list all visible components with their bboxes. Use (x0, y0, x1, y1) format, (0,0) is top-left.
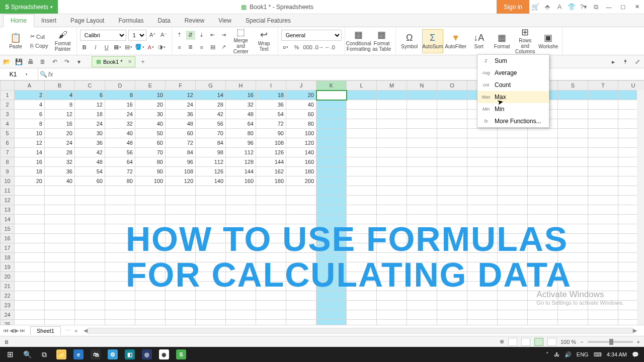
cell-T12[interactable] (588, 196, 618, 205)
cell-P12[interactable] (467, 196, 498, 205)
cell-B1[interactable]: 4 (45, 90, 75, 100)
cut-button[interactable]: ✂Cut (28, 32, 50, 41)
cell-L4[interactable] (347, 119, 377, 129)
view-page-button[interactable] (521, 338, 530, 346)
language-indicator[interactable]: ENG (577, 351, 589, 357)
cell-M2[interactable] (377, 100, 407, 110)
cell-Q9[interactable] (498, 167, 528, 176)
cell-S7[interactable] (558, 148, 588, 157)
align-justify-icon[interactable]: ▤ (208, 43, 217, 52)
keyboard-icon[interactable]: ⌨ (594, 351, 602, 358)
select-all-corner[interactable] (1, 81, 15, 90)
cell-T14[interactable] (588, 215, 618, 224)
cell-G10[interactable]: 140 (196, 176, 226, 186)
cell-D5[interactable]: 40 (105, 129, 135, 138)
cell-A20[interactable] (15, 272, 45, 282)
cell-R24[interactable] (528, 310, 558, 320)
cell-B17[interactable] (45, 243, 75, 253)
wrap-text-button[interactable]: ↩Wrap Text (254, 29, 275, 53)
col-header-L[interactable]: L (347, 81, 377, 90)
cell-S6[interactable] (558, 138, 588, 148)
clear-format-button[interactable]: ◑▾ (157, 43, 167, 52)
cell-B2[interactable]: 8 (45, 100, 75, 110)
row-header-3[interactable]: 3 (1, 110, 15, 119)
open-icon[interactable]: 📂 (2, 57, 11, 66)
cell-I9[interactable]: 162 (256, 167, 286, 176)
cell-P24[interactable] (467, 310, 498, 320)
cell-P11[interactable] (467, 186, 498, 196)
cell-M7[interactable] (377, 148, 407, 157)
cell-A23[interactable] (15, 301, 45, 310)
row-header-23[interactable]: 23 (1, 301, 15, 310)
cell-Q23[interactable] (498, 301, 528, 310)
cell-J13[interactable] (286, 205, 316, 215)
cell-H25[interactable] (226, 320, 256, 325)
cell-E25[interactable] (135, 320, 166, 325)
cell-A15[interactable] (15, 224, 45, 234)
cell-C5[interactable]: 30 (75, 129, 105, 138)
cell-M9[interactable] (377, 167, 407, 176)
cell-G9[interactable]: 126 (196, 167, 226, 176)
cell-C6[interactable]: 36 (75, 138, 105, 148)
name-box[interactable]: ▾ (0, 68, 38, 80)
cell-A19[interactable] (15, 262, 45, 272)
orientation-icon[interactable]: ↗ (219, 43, 228, 52)
cell-E12[interactable] (135, 196, 166, 205)
cell-J7[interactable]: 140 (286, 148, 316, 157)
cell-Q8[interactable] (498, 157, 528, 167)
cell-G12[interactable] (196, 196, 226, 205)
cell-B8[interactable]: 32 (45, 157, 75, 167)
row-header-19[interactable]: 19 (1, 262, 15, 272)
cell-Q13[interactable] (498, 205, 528, 215)
spreadsheets-task-button[interactable]: S (173, 347, 189, 362)
ribbon-toggle-icon[interactable]: ⧉ (590, 0, 602, 14)
cell-K25[interactable] (316, 320, 347, 325)
col-header-D[interactable]: D (105, 81, 135, 90)
print-preview-icon[interactable]: 🗎 (38, 57, 47, 66)
cell-J11[interactable] (286, 186, 316, 196)
cell-S5[interactable] (558, 129, 588, 138)
decrease-font-icon[interactable]: A⁻ (159, 31, 169, 40)
cell-G8[interactable]: 112 (196, 157, 226, 167)
row-header-21[interactable]: 21 (1, 282, 15, 291)
formula-input[interactable] (54, 68, 644, 80)
cell-S10[interactable] (558, 176, 588, 186)
row-header-24[interactable]: 24 (1, 310, 15, 320)
cell-F10[interactable]: 120 (166, 176, 196, 186)
menu-sum[interactable]: ΣSum (477, 55, 549, 67)
border-button[interactable]: ▦▾ (113, 43, 122, 52)
cell-O7[interactable] (437, 148, 467, 157)
app-menu[interactable]: S Spreadsheets ▾ (0, 0, 58, 14)
cell-A10[interactable]: 20 (15, 176, 45, 186)
cell-K2[interactable] (316, 100, 347, 110)
underline-button[interactable]: U (102, 43, 111, 52)
sheet-menu-icon[interactable]: ⋯ (65, 327, 70, 334)
cell-S4[interactable] (558, 119, 588, 129)
cell-M6[interactable] (377, 138, 407, 148)
cell-B18[interactable] (45, 253, 75, 262)
cell-T9[interactable] (588, 167, 618, 176)
align-left-icon[interactable]: ≡ (175, 43, 184, 52)
cell-I25[interactable] (256, 320, 286, 325)
cell-K1[interactable] (316, 90, 347, 100)
cell-C18[interactable] (75, 253, 105, 262)
maximize-button[interactable]: ▢ (616, 0, 630, 14)
cell-C11[interactable] (75, 186, 105, 196)
cell-D11[interactable] (105, 186, 135, 196)
row-header-7[interactable]: 7 (1, 148, 15, 157)
cell-T19[interactable] (588, 262, 618, 272)
cell-C9[interactable]: 54 (75, 167, 105, 176)
view-break-button[interactable] (534, 338, 543, 346)
cell-F11[interactable] (166, 186, 196, 196)
cell-J25[interactable] (286, 320, 316, 325)
cell-N12[interactable] (407, 196, 437, 205)
cell-N23[interactable] (407, 301, 437, 310)
cell-B16[interactable] (45, 234, 75, 243)
col-header-U[interactable]: U (618, 81, 645, 90)
sheet-nav[interactable]: ⏮◀▶⏭ (3, 327, 25, 334)
cell-N11[interactable] (407, 186, 437, 196)
percent-icon[interactable]: % (292, 43, 301, 52)
close-doc-icon[interactable]: ✕ (128, 59, 132, 64)
row-header-12[interactable]: 12 (1, 196, 15, 205)
search-icon[interactable]: 🔍 (40, 71, 47, 78)
